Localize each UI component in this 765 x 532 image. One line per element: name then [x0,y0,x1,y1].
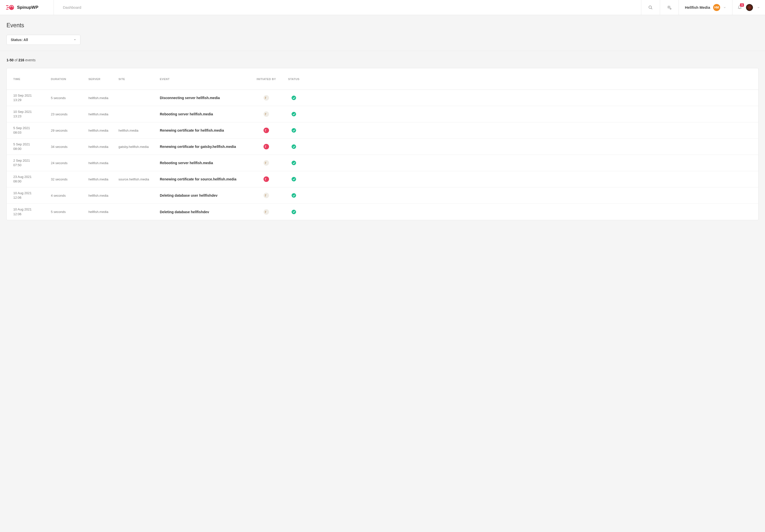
search-icon [648,5,653,10]
initiator-icon [265,96,268,100]
table-row[interactable]: 23 Aug 2021 08:00 32 seconds hellfish.me… [7,171,758,187]
result-range: 1-50 [7,58,14,62]
status-success-icon [292,193,296,198]
nav-dashboard[interactable]: Dashboard [54,0,641,15]
cell-status [280,193,308,198]
content-area: 1-50 of 216 events TIME DURATION SERVER … [0,51,765,230]
svg-rect-3 [6,9,9,10]
cell-server: hellfish.media [88,112,119,116]
cell-event: Rebooting server hellfish.media [160,161,253,165]
table-body: 10 Sep 2021 13:29 5 seconds hellfish.med… [7,90,758,220]
table-row[interactable]: 5 Sep 2021 08:03 29 seconds hellfish.med… [7,123,758,138]
cell-event: Renewing certificate for hellfish.media [160,129,253,133]
initiator-avatar [264,128,269,133]
team-name: Hellfish Media [685,5,710,10]
team-switcher[interactable]: Hellfish Media HM [679,0,732,15]
result-count: 1-50 of 216 events [7,58,758,62]
cell-status [280,128,308,133]
cell-event: Renewing certificate for source.hellfish… [160,177,253,181]
cell-time: 10 Aug 2021 12:06 [13,207,51,216]
status-success-icon [292,161,296,165]
initiator-icon [265,194,268,197]
brand-name: SpinupWP [17,5,38,10]
cell-time: 10 Sep 2021 13:23 [13,110,51,119]
svg-rect-2 [7,7,9,8]
table-row[interactable]: 10 Aug 2021 12:06 5 seconds hellfish.med… [7,204,758,220]
cell-duration: 24 seconds [51,161,88,165]
col-duration[interactable]: DURATION [51,78,88,81]
cell-date: 10 Aug 2021 [13,191,51,195]
caret-down-icon [74,39,76,41]
table-row[interactable]: 2 Sep 2021 07:50 24 seconds hellfish.med… [7,155,758,171]
col-event[interactable]: EVENT [160,78,253,81]
table-row[interactable]: 10 Aug 2021 12:06 4 seconds hellfish.med… [7,187,758,204]
cell-clock: 08:03 [13,131,51,135]
cell-clock: 08:00 [13,179,51,184]
status-success-icon [292,177,296,181]
settings-button[interactable] [660,0,679,15]
table-row[interactable]: 5 Sep 2021 08:00 34 seconds hellfish.med… [7,138,758,155]
user-avatar[interactable] [746,4,753,11]
status-success-icon [292,128,296,133]
initiator-icon [265,112,268,116]
notifications-badge: 1 [740,3,744,7]
cell-time: 10 Sep 2021 13:29 [13,93,51,102]
col-status[interactable]: STATUS [280,78,308,81]
cell-server: hellfish.media [88,96,119,100]
table-header: TIME DURATION SERVER SITE EVENT INITIATE… [7,68,758,90]
spinupwp-logo-icon [6,5,15,10]
col-server[interactable]: SERVER [88,78,119,81]
cell-status [280,210,308,214]
initiator-avatar [264,111,269,117]
svg-rect-1 [6,5,9,6]
chevron-down-icon [757,6,760,9]
logo-cell[interactable]: SpinupWP [0,0,54,15]
cell-event: Rebooting server hellfish.media [160,112,253,116]
cell-initiated-by [253,160,280,166]
cell-event: Deleting database hellfishdev [160,210,253,214]
table-row[interactable]: 10 Sep 2021 13:23 23 seconds hellfish.me… [7,106,758,123]
app-header: SpinupWP Dashboard Hellfish Media HM 1 [0,0,765,15]
col-initiated-by[interactable]: INITIATED BY [253,78,280,81]
notifications-button[interactable]: 1 [737,5,742,10]
initiator-avatar [264,144,269,149]
cell-server: hellfish.media [88,210,119,214]
cell-date: 10 Aug 2021 [13,207,51,212]
cell-time: 5 Sep 2021 08:00 [13,142,51,151]
cell-duration: 29 seconds [51,129,88,133]
status-filter-select[interactable]: Status: All [7,35,80,45]
initiator-avatar [264,193,269,198]
status-success-icon [292,144,296,149]
cell-status [280,177,308,181]
cell-initiated-by [253,128,280,133]
cell-clock: 13:23 [13,114,51,119]
cell-duration: 5 seconds [51,96,88,100]
cell-date: 5 Sep 2021 [13,126,51,131]
table-row[interactable]: 10 Sep 2021 13:29 5 seconds hellfish.med… [7,90,758,106]
cell-initiated-by [253,193,280,198]
nav-dashboard-label: Dashboard [63,5,81,10]
cell-date: 10 Sep 2021 [13,93,51,98]
cell-duration: 34 seconds [51,145,88,148]
initiator-icon [265,145,268,148]
status-success-icon [292,112,296,117]
cell-clock: 13:29 [13,98,51,102]
col-time[interactable]: TIME [13,78,51,81]
cell-event: Deleting database user hellfishdev [160,193,253,197]
svg-point-4 [649,6,651,9]
cell-clock: 12:06 [13,212,51,216]
result-total: 216 [19,58,24,62]
cell-initiated-by [253,95,280,101]
initiator-avatar [264,95,269,101]
page-title: Events [7,22,758,29]
cell-clock: 07:50 [13,163,51,167]
initiator-icon [265,161,268,165]
events-table: TIME DURATION SERVER SITE EVENT INITIATE… [7,68,758,220]
col-site[interactable]: SITE [119,78,160,81]
svg-point-7 [670,8,671,9]
cell-time: 23 Aug 2021 08:00 [13,175,51,184]
search-button[interactable] [641,0,660,15]
cell-status [280,161,308,165]
cell-initiated-by [253,111,280,117]
cell-initiated-by [253,209,280,215]
